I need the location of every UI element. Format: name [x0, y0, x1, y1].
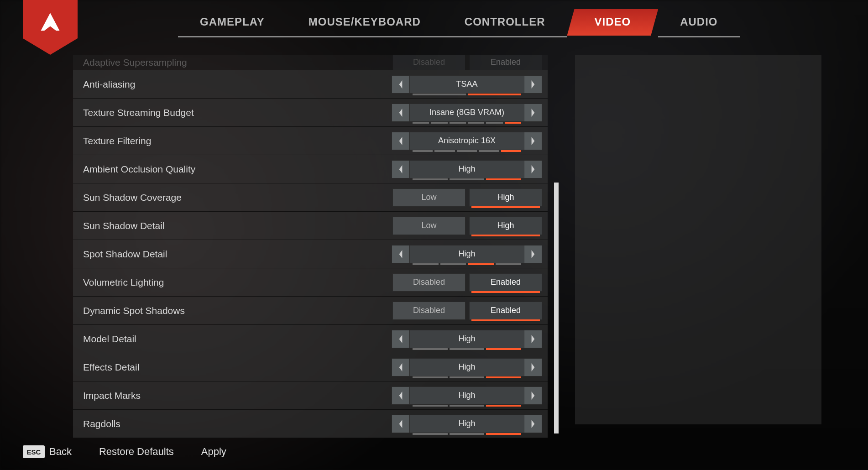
- tab-underline: [287, 36, 443, 37]
- stepper-marks: [413, 433, 521, 435]
- header: GAMEPLAYMOUSE/KEYBOARDCONTROLLERVIDEOAUD…: [0, 0, 868, 37]
- stepper-value-box: TSAA: [410, 75, 524, 94]
- toggle: DisabledEnabled: [392, 273, 542, 292]
- stepper-mark: [413, 263, 439, 265]
- apply-button[interactable]: Apply: [201, 446, 226, 458]
- stepper-mark: [486, 122, 502, 124]
- setting-row: Texture Streaming BudgetInsane (8GB VRAM…: [73, 99, 548, 127]
- chevron-right-icon[interactable]: [524, 415, 542, 433]
- toggle-option[interactable]: Disabled: [392, 55, 465, 70]
- setting-label: Ambient Occlusion Quality: [83, 164, 392, 175]
- stepper-value-box: Insane (8GB VRAM): [410, 104, 524, 122]
- toggle-option[interactable]: Disabled: [392, 302, 465, 320]
- stepper-mark: [468, 263, 494, 265]
- toggle-option[interactable]: Low: [392, 188, 465, 207]
- stepper-mark: [450, 433, 485, 435]
- setting-control: High: [392, 245, 542, 263]
- chevron-left-icon[interactable]: [392, 330, 410, 348]
- setting-control: Anisotropic 16X: [392, 132, 542, 150]
- tab-underline: [658, 36, 739, 37]
- chevron-right-icon[interactable]: [524, 245, 542, 263]
- toggle: DisabledEnabled: [392, 302, 542, 320]
- setting-row: Impact MarksHigh: [73, 381, 548, 410]
- setting-row: Volumetric LightingDisabledEnabled: [73, 268, 548, 297]
- chevron-right-icon[interactable]: [524, 160, 542, 178]
- stepper-mark: [413, 94, 466, 95]
- stepper-marks: [413, 150, 521, 152]
- setting-label: Texture Streaming Budget: [83, 107, 392, 118]
- chevron-right-icon[interactable]: [524, 386, 542, 405]
- stepper-mark: [413, 178, 448, 180]
- stepper: High: [392, 245, 542, 263]
- tab-video[interactable]: VIDEO: [567, 9, 659, 36]
- stepper-mark: [486, 348, 521, 350]
- chevron-left-icon[interactable]: [392, 386, 410, 405]
- stepper-mark: [434, 150, 455, 152]
- chevron-left-icon[interactable]: [392, 245, 410, 263]
- tabs: GAMEPLAYMOUSE/KEYBOARDCONTROLLERVIDEOAUD…: [178, 9, 740, 36]
- stepper: High: [392, 330, 542, 348]
- setting-row: RagdollsHigh: [73, 410, 548, 438]
- settings-column: Adaptive SupersamplingDisabledEnabledAnt…: [73, 55, 557, 433]
- stepper-mark: [486, 376, 521, 378]
- back-button[interactable]: ESC Back: [23, 445, 72, 458]
- toggle-option[interactable]: Enabled: [469, 273, 542, 292]
- stepper-mark: [468, 94, 521, 95]
- toggle-option[interactable]: Enabled: [469, 55, 542, 70]
- stepper-mark: [501, 150, 521, 152]
- restore-defaults-button[interactable]: Restore Defaults: [99, 446, 174, 458]
- stepper-mark: [450, 405, 485, 407]
- stepper-value: Anisotropic 16X: [438, 136, 496, 146]
- setting-label: Effects Detail: [83, 362, 392, 373]
- stepper-value: High: [458, 334, 475, 344]
- chevron-right-icon[interactable]: [524, 358, 542, 376]
- chevron-right-icon[interactable]: [524, 132, 542, 150]
- tab-mouse-keyboard[interactable]: MOUSE/KEYBOARD: [287, 9, 443, 36]
- setting-label: Sun Shadow Detail: [83, 220, 392, 231]
- toggle-option[interactable]: Low: [392, 217, 465, 235]
- settings-list: Adaptive SupersamplingDisabledEnabledAnt…: [73, 55, 548, 438]
- stepper-value-box: High: [410, 160, 524, 178]
- setting-row: Effects DetailHigh: [73, 353, 548, 381]
- tab-audio[interactable]: AUDIO: [658, 9, 739, 36]
- toggle-option[interactable]: High: [469, 217, 542, 235]
- tab-gameplay[interactable]: GAMEPLAY: [178, 9, 287, 36]
- stepper-value: High: [458, 164, 475, 174]
- stepper: Insane (8GB VRAM): [392, 104, 542, 122]
- setting-row: Dynamic Spot ShadowsDisabledEnabled: [73, 297, 548, 325]
- stepper: High: [392, 386, 542, 405]
- toggle-option[interactable]: Enabled: [469, 302, 542, 320]
- setting-label: Dynamic Spot Shadows: [83, 305, 392, 316]
- stepper-mark: [486, 178, 521, 180]
- chevron-left-icon[interactable]: [392, 415, 410, 433]
- setting-control: LowHigh: [392, 188, 542, 207]
- stepper-mark: [505, 122, 521, 124]
- setting-control: TSAA: [392, 75, 542, 94]
- setting-label: Texture Filtering: [83, 136, 392, 146]
- chevron-right-icon[interactable]: [524, 330, 542, 348]
- tab-controller[interactable]: CONTROLLER: [443, 9, 567, 36]
- setting-label: Anti-aliasing: [83, 79, 392, 90]
- footer: ESC Back Restore Defaults Apply: [23, 445, 226, 458]
- tab-underline: [178, 36, 287, 37]
- setting-label: Impact Marks: [83, 390, 392, 401]
- chevron-right-icon[interactable]: [524, 104, 542, 122]
- toggle-option[interactable]: Disabled: [392, 273, 465, 292]
- setting-control: High: [392, 358, 542, 376]
- setting-label: Adaptive Supersampling: [83, 57, 392, 68]
- setting-label: Volumetric Lighting: [83, 277, 392, 288]
- stepper: High: [392, 358, 542, 376]
- stepper: Anisotropic 16X: [392, 132, 542, 150]
- chevron-left-icon[interactable]: [392, 160, 410, 178]
- stepper-value-box: High: [410, 358, 524, 376]
- toggle-option[interactable]: High: [469, 188, 542, 207]
- setting-row: Sun Shadow CoverageLowHigh: [73, 183, 548, 212]
- setting-control: DisabledEnabled: [392, 55, 542, 70]
- chevron-left-icon[interactable]: [392, 358, 410, 376]
- setting-label: Ragdolls: [83, 418, 392, 429]
- scrollbar[interactable]: [554, 183, 559, 433]
- chevron-right-icon[interactable]: [524, 75, 542, 94]
- chevron-left-icon[interactable]: [392, 75, 410, 94]
- chevron-left-icon[interactable]: [392, 132, 410, 150]
- chevron-left-icon[interactable]: [392, 104, 410, 122]
